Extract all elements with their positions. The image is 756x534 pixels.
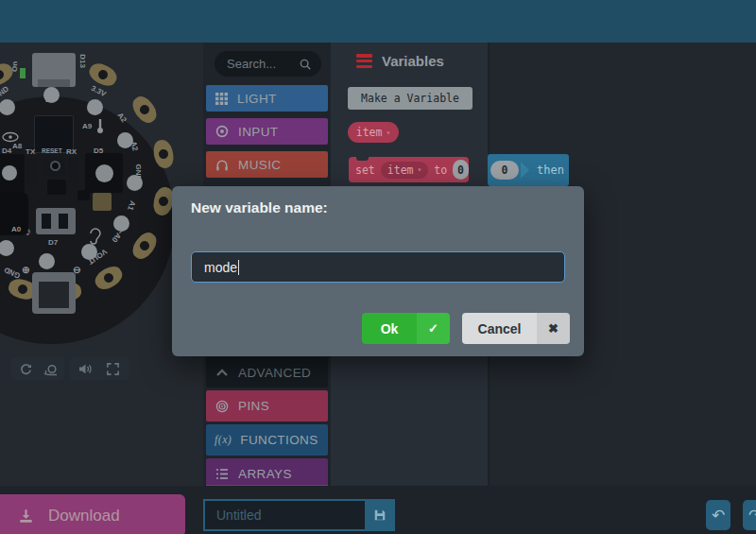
project-name-group	[203, 499, 395, 531]
search-input[interactable]: Search...	[215, 51, 321, 77]
board-label: A8	[12, 142, 22, 150]
text-caret	[238, 260, 239, 275]
variable-dropdown[interactable]: item ▾	[381, 162, 429, 179]
board-label: ⊖	[73, 265, 80, 275]
toolbox-category-light[interactable]: LIGHT	[206, 85, 328, 112]
variable-name-input[interactable]: mode	[191, 251, 565, 283]
simulator-controls-group	[70, 357, 129, 380]
dropdown-value: item	[387, 164, 414, 177]
board-label: On	[10, 61, 19, 72]
set-variable-block[interactable]: set item ▾ to 0	[349, 157, 469, 182]
battery-connector-slot	[39, 282, 69, 308]
make-a-variable-label: Make a Variable	[361, 92, 459, 105]
toolbox-category-functions[interactable]: f(x) FUNCTIONS	[206, 424, 328, 456]
board-label: ⊕	[22, 265, 29, 275]
neopixel	[39, 253, 55, 269]
bottom-bar: Download ↶ ↷	[0, 486, 756, 534]
fullscreen-button[interactable]	[102, 359, 123, 378]
board-label: D8	[45, 95, 55, 104]
chevron-up-icon	[215, 367, 230, 378]
then-label: then	[537, 164, 564, 177]
board-label: D5	[94, 146, 103, 155]
pins-rings-icon	[215, 399, 230, 414]
board-label: A9	[82, 122, 92, 130]
input-target-icon	[215, 124, 230, 139]
toolbox-category-music[interactable]: MUSIC	[206, 151, 328, 178]
headphones-icon	[215, 158, 230, 172]
undo-button[interactable]: ↶	[706, 500, 730, 530]
category-label: LIGHT	[237, 92, 277, 106]
variable-name-value: mode	[204, 260, 237, 275]
toolbox-category-pins[interactable]: PINS	[206, 390, 328, 422]
simulator-controls-group	[11, 357, 64, 380]
button-b-cap[interactable]	[95, 164, 113, 182]
toolbox-category-input[interactable]: INPUT	[206, 118, 328, 145]
toolbox-advanced-toggle[interactable]: ADVANCED	[206, 357, 328, 388]
block-socket-notch	[521, 162, 529, 179]
sound-sensor	[93, 193, 112, 211]
rx-led	[68, 158, 78, 182]
neopixel	[87, 99, 103, 115]
thermometer-icon	[94, 116, 106, 135]
board-label: D13	[78, 54, 87, 68]
tx-led	[26, 158, 37, 182]
board-label: D7	[48, 238, 58, 247]
board-label: A0	[11, 225, 21, 233]
save-project-button[interactable]	[365, 499, 395, 531]
category-label: MUSIC	[238, 158, 282, 172]
check-icon: ✓	[417, 313, 450, 344]
board-label: GND	[134, 164, 143, 181]
category-label: INPUT	[238, 125, 279, 139]
category-label: FUNCTIONS	[240, 433, 318, 447]
dropdown-arrow-icon: ▾	[386, 129, 390, 137]
if-then-block-fragment[interactable]: 0 then	[488, 154, 569, 186]
dropdown-arrow-icon: ▾	[417, 165, 421, 174]
make-a-variable-button[interactable]: Make a Variable	[348, 87, 472, 110]
number-input-slot[interactable]: 0	[453, 160, 469, 180]
download-icon	[17, 508, 35, 525]
board-label: D4	[2, 146, 11, 155]
functions-fx-icon: f(x)	[215, 433, 232, 447]
block-label: to	[434, 164, 447, 177]
redo-icon: ↷	[748, 506, 756, 525]
search-icon	[299, 58, 312, 71]
floppy-disk-icon	[373, 508, 387, 522]
ok-label: Ok	[362, 313, 417, 344]
accelerometer-chip	[47, 180, 66, 195]
mute-volume-button[interactable]	[75, 359, 95, 378]
flyout-header: Variables	[356, 53, 444, 69]
cancel-label: Cancel	[462, 313, 537, 344]
small-ic	[77, 190, 90, 200]
search-placeholder: Search...	[227, 57, 299, 71]
download-button[interactable]: Download	[0, 494, 185, 534]
variable-item-block[interactable]: item ▾	[348, 122, 399, 143]
category-label: ARRAYS	[238, 467, 292, 481]
close-x-icon: ✖	[537, 313, 570, 344]
board-label: RX	[66, 147, 77, 156]
cancel-button[interactable]: Cancel ✖	[462, 313, 570, 344]
light-grid-icon	[215, 92, 229, 106]
button-a-cap[interactable]	[2, 165, 17, 181]
sound-ear-icon	[87, 227, 104, 250]
download-label: Download	[48, 507, 120, 525]
slow-motion-snail-button[interactable]	[40, 359, 60, 378]
undo-icon: ↶	[712, 506, 725, 525]
flyout-title: Variables	[382, 53, 444, 69]
block-label: item	[356, 126, 383, 139]
modal-title: New variable name:	[191, 199, 328, 216]
makecode-editor: On D8 D13 3.3V A9 A8 A2 A2 D4 TX RESET R…	[0, 0, 756, 534]
new-variable-modal: New variable name: mode Ok ✓ Cancel ✖	[172, 186, 584, 356]
slide-switch-slot	[42, 214, 51, 229]
slide-switch-slot	[59, 214, 68, 229]
board-label: TX	[26, 147, 35, 156]
category-label: ADVANCED	[238, 366, 311, 380]
project-name-input[interactable]	[203, 499, 365, 531]
arrays-list-icon	[215, 467, 230, 481]
number-input-slot[interactable]: 0	[490, 161, 519, 180]
variables-category-icon	[356, 54, 372, 68]
redo-button[interactable]: ↷	[743, 500, 756, 530]
music-note-icon: ♪	[26, 225, 31, 238]
reset-button-cap[interactable]	[50, 161, 60, 171]
ok-button[interactable]: Ok ✓	[362, 313, 450, 344]
restart-simulator-button[interactable]	[15, 359, 36, 378]
